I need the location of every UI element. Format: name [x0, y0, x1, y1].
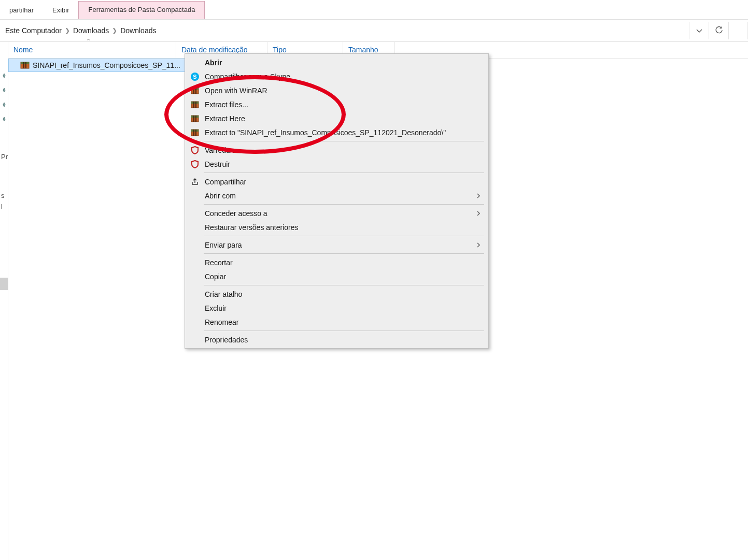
breadcrumb-downloads-1[interactable]: Downloads [70, 24, 112, 37]
menu-extract-here-label: Extract Here [205, 114, 245, 123]
address-bar: Este Computador ❯ Downloads ❯ Downloads [0, 19, 748, 42]
file-name: SINAPI_ref_Insumos_Composicoes_SP_11... [33, 61, 182, 69]
sort-asc-icon: ⌃ [86, 38, 91, 45]
menu-scan[interactable]: Varredura [185, 143, 488, 157]
svg-rect-3 [25, 62, 26, 68]
svg-rect-15 [191, 116, 199, 118]
menu-extract-files-label: Extract files... [205, 100, 248, 109]
pin-icon [2, 73, 7, 78]
svg-text:S: S [193, 74, 196, 80]
column-header-name[interactable]: ⌃ Nome [8, 42, 176, 58]
svg-rect-7 [191, 88, 199, 90]
refresh-button[interactable] [709, 22, 728, 39]
chevron-down-icon [695, 26, 703, 35]
menu-open-winrar-label: Open with WinRAR [205, 87, 267, 95]
menu-skype-label: Compartilhar com o Skype [205, 73, 290, 81]
menu-share-label: Compartilhar [205, 178, 246, 186]
svg-rect-20 [193, 130, 194, 136]
menu-scan-label: Varredura [205, 146, 236, 154]
mcafee-shield-icon [190, 160, 200, 169]
winrar-icon [190, 128, 200, 137]
menu-separator [204, 236, 484, 236]
menu-cut[interactable]: Recortar [185, 255, 488, 269]
winrar-icon [190, 86, 200, 95]
menu-give-access[interactable]: Conceder acesso a [185, 206, 488, 220]
column-header-name-label: Nome [13, 46, 33, 54]
menu-restore-previous-label: Restaurar versões anteriores [205, 223, 299, 232]
menu-separator [204, 204, 484, 205]
winrar-icon [190, 100, 200, 109]
menu-delete-label: Excluir [205, 304, 227, 312]
menu-properties-label: Propriedades [205, 336, 248, 344]
menu-separator [204, 253, 484, 254]
chevron-right-icon: ❯ [65, 27, 70, 34]
sidebar-label: s [0, 192, 8, 199]
menu-share[interactable]: Compartilhar [185, 175, 488, 189]
svg-rect-19 [191, 130, 199, 132]
menu-skype-share[interactable]: S Compartilhar com o Skype [185, 69, 488, 83]
skype-icon: S [190, 72, 200, 81]
menu-create-shortcut[interactable]: Criar atalho [185, 287, 488, 301]
menu-open-label: Abrir [205, 59, 222, 67]
menu-extract-files[interactable]: Extract files... [185, 97, 488, 111]
svg-rect-13 [195, 102, 196, 108]
menu-separator [204, 331, 484, 331]
svg-rect-9 [195, 88, 196, 94]
ribbon-tab-compressed-tools[interactable]: Ferramentas de Pasta Compactada [78, 1, 205, 19]
svg-rect-12 [193, 102, 194, 108]
menu-extract-to-label: Extract to "SINAPI_ref_Insumos_Composico… [205, 128, 446, 137]
mcafee-shield-icon [190, 146, 200, 155]
ribbon-tab-share[interactable]: partilhar [0, 2, 43, 19]
address-dropdown-button[interactable] [689, 22, 709, 39]
svg-rect-17 [195, 116, 196, 122]
chevron-right-icon [476, 193, 481, 198]
menu-destroy[interactable]: Destruir [185, 157, 488, 171]
menu-separator [204, 141, 484, 141]
menu-create-shortcut-label: Criar atalho [205, 290, 242, 298]
menu-restore-previous[interactable]: Restaurar versões anteriores [185, 220, 488, 234]
winrar-icon [190, 114, 200, 123]
chevron-right-icon [476, 211, 481, 216]
menu-rename[interactable]: Renomear [185, 315, 488, 329]
menu-cut-label: Recortar [205, 259, 233, 267]
ribbon-tabs: partilhar Exibir Ferramentas de Pasta Co… [0, 0, 748, 19]
menu-open[interactable]: Abrir [185, 55, 488, 69]
menu-delete[interactable]: Excluir [185, 301, 488, 315]
menu-extract-here[interactable]: Extract Here [185, 111, 488, 125]
menu-open-winrar[interactable]: Open with WinRAR [185, 83, 488, 97]
menu-send-to[interactable]: Enviar para [185, 238, 488, 252]
menu-rename-label: Renomear [205, 318, 238, 326]
breadcrumb-downloads-2[interactable]: Downloads [117, 24, 159, 37]
menu-copy[interactable]: Copiar [185, 269, 488, 283]
menu-destroy-label: Destruir [205, 160, 230, 168]
svg-rect-11 [191, 102, 199, 104]
menu-extract-to-folder[interactable]: Extract to "SINAPI_ref_Insumos_Composico… [185, 125, 488, 139]
svg-rect-8 [193, 88, 194, 94]
refresh-icon [715, 26, 723, 35]
breadcrumb[interactable]: Este Computador ❯ Downloads ❯ Downloads [0, 24, 689, 37]
menu-send-to-label: Enviar para [205, 241, 242, 249]
pin-icon [2, 117, 7, 122]
sidebar-label: l [0, 203, 8, 210]
menu-separator [204, 173, 484, 173]
menu-open-with[interactable]: Abrir com [185, 189, 488, 203]
chevron-right-icon [476, 242, 481, 248]
svg-rect-1 [21, 62, 29, 64]
menu-properties[interactable]: Propriedades [185, 333, 488, 347]
ribbon-tab-view[interactable]: Exibir [43, 2, 79, 19]
pin-icon [2, 88, 7, 93]
svg-rect-21 [195, 130, 196, 136]
menu-open-with-label: Abrir com [205, 192, 236, 200]
nav-sidebar: Pr s l [0, 42, 8, 560]
breadcrumb-root[interactable]: Este Computador [2, 24, 65, 37]
share-icon [190, 177, 200, 186]
menu-separator [204, 285, 484, 285]
svg-rect-16 [193, 116, 194, 122]
sidebar-label: Pr [0, 153, 8, 161]
pin-icon [2, 102, 7, 107]
winrar-archive-icon [20, 61, 30, 69]
menu-copy-label: Copiar [205, 272, 226, 281]
svg-rect-2 [23, 62, 24, 68]
address-extra-button[interactable] [728, 22, 748, 39]
chevron-right-icon: ❯ [112, 27, 117, 34]
